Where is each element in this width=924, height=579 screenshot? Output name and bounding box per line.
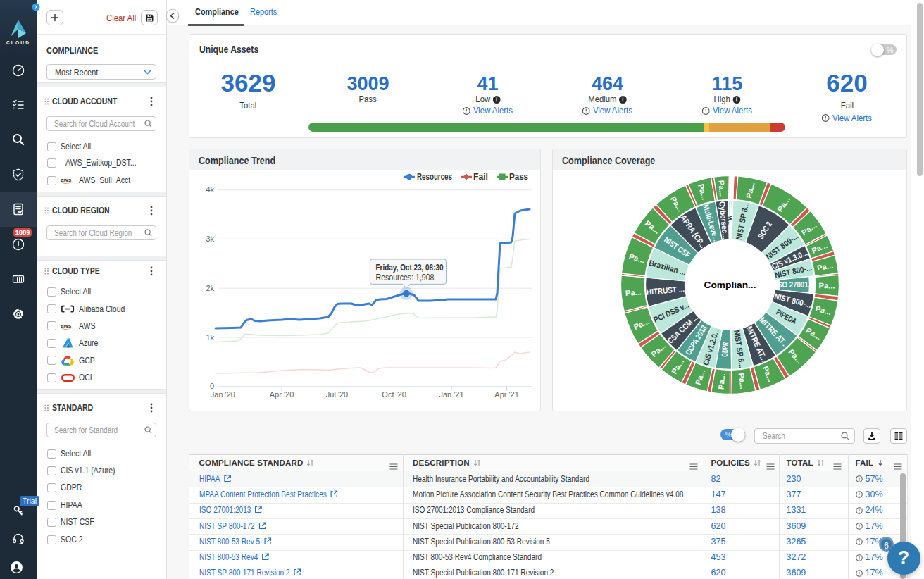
svg-text:ISO 27001...: ISO 27001... [776,280,814,289]
svg-text:Jan '21: Jan '21 [439,390,463,399]
svg-text:Pa...: Pa... [625,287,642,297]
svg-text:Pa...: Pa... [818,281,835,290]
svg-text:Complian...: Complian... [704,280,756,290]
svg-text:Friday, Oct 23, 08:30: Friday, Oct 23, 08:30 [376,263,444,273]
svg-text:2k: 2k [206,284,214,292]
svg-text:Oct '20: Oct '20 [382,390,406,399]
svg-text:3k: 3k [206,235,214,243]
svg-text:Pa...: Pa... [717,180,727,197]
svg-text:Jan '20: Jan '20 [211,390,235,399]
svg-text:1k: 1k [206,333,214,342]
svg-text:Pa...: Pa... [717,373,727,390]
svg-text:aws: aws [61,177,72,183]
svg-text:Apr '21: Apr '21 [494,390,519,399]
svg-text:Pass: Pass [509,172,528,182]
svg-text:Apr '20: Apr '20 [270,390,294,399]
svg-text:4k: 4k [206,185,214,194]
svg-text:GDPR: GDPR [720,342,730,357]
svg-text:Resources: 1,908: Resources: 1,908 [376,273,435,282]
svg-text:Resources: Resources [417,172,452,182]
svg-text:M...: M... [727,216,733,225]
svg-text:Jul '20: Jul '20 [326,390,348,399]
svg-text:Fail: Fail [473,172,488,182]
svg-text:0: 0 [210,382,214,390]
svg-text:aws: aws [61,322,72,328]
